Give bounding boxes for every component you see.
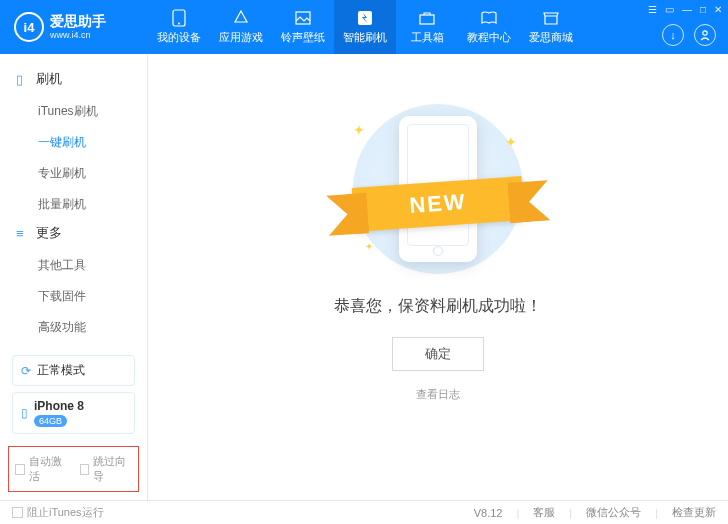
- apps-icon: [232, 9, 250, 27]
- user-icon[interactable]: [694, 24, 716, 46]
- tab-tools[interactable]: 工具箱: [396, 0, 458, 54]
- svg-point-1: [178, 23, 180, 25]
- flash-options: 自动激活 跳过向导: [8, 446, 139, 492]
- version-label: V8.12: [474, 507, 503, 519]
- storage-badge: 64GB: [34, 415, 67, 427]
- svg-point-5: [703, 31, 707, 35]
- tab-ringtones[interactable]: 铃声壁纸: [272, 0, 334, 54]
- svg-rect-4: [420, 15, 434, 24]
- sidebar-item-advanced[interactable]: 高级功能: [0, 312, 147, 343]
- image-icon: [294, 9, 312, 27]
- success-message: 恭喜您，保资料刷机成功啦！: [148, 296, 728, 317]
- minimize-icon[interactable]: —: [682, 4, 692, 15]
- header-right: ↓: [662, 24, 716, 46]
- logo-icon: i4: [14, 12, 44, 42]
- toolbox-icon: [418, 9, 436, 27]
- sidebar-item-firmware[interactable]: 下载固件: [0, 281, 147, 312]
- flash-icon: [356, 9, 374, 27]
- sidebar-item-itunes[interactable]: iTunes刷机: [0, 96, 147, 127]
- maximize-icon[interactable]: □: [700, 4, 706, 15]
- window-controls: ☰ ▭ — □ ✕: [648, 4, 722, 15]
- checkbox-icon: [15, 464, 25, 475]
- main-tabs: 我的设备 应用游戏 铃声壁纸 智能刷机 工具箱 教程中心 爱思商城: [148, 0, 582, 54]
- svg-rect-2: [296, 12, 310, 24]
- success-illustration: ✦ ✦ ✦ NEW: [313, 104, 563, 274]
- logo[interactable]: i4 爱思助手 www.i4.cn: [0, 12, 148, 42]
- menu-icon[interactable]: ☰: [648, 4, 657, 15]
- phone-icon: ▯: [16, 72, 30, 87]
- more-icon: ≡: [16, 226, 30, 241]
- tab-my-device[interactable]: 我的设备: [148, 0, 210, 54]
- ok-button[interactable]: 确定: [392, 337, 484, 371]
- sidebar-item-oneclick[interactable]: 一键刷机: [0, 127, 147, 158]
- checkbox-icon: [80, 464, 90, 475]
- download-icon[interactable]: ↓: [662, 24, 684, 46]
- app-title: 爱思助手: [50, 14, 106, 29]
- sidebar-item-other[interactable]: 其他工具: [0, 250, 147, 281]
- support-link[interactable]: 客服: [533, 505, 555, 520]
- header: i4 爱思助手 www.i4.cn 我的设备 应用游戏 铃声壁纸 智能刷机 工具…: [0, 0, 728, 54]
- wechat-link[interactable]: 微信公众号: [586, 505, 641, 520]
- view-log-link[interactable]: 查看日志: [148, 387, 728, 402]
- tab-flash[interactable]: 智能刷机: [334, 0, 396, 54]
- sidebar: ▯刷机 iTunes刷机 一键刷机 专业刷机 批量刷机 ≡更多 其他工具 下载固…: [0, 54, 148, 500]
- tab-apps[interactable]: 应用游戏: [210, 0, 272, 54]
- refresh-icon: ⟳: [21, 364, 31, 378]
- phone-icon: [170, 9, 188, 27]
- book-icon: [480, 9, 498, 27]
- main-content: ✦ ✦ ✦ NEW 恭喜您，保资料刷机成功啦！ 确定 查看日志: [148, 54, 728, 500]
- skin-icon[interactable]: ▭: [665, 4, 674, 15]
- sidebar-section-flash: ▯刷机: [0, 66, 147, 92]
- device-panel: ⟳ 正常模式 ▯ iPhone 864GB: [0, 355, 147, 440]
- tab-tutorials[interactable]: 教程中心: [458, 0, 520, 54]
- opt-block-itunes[interactable]: 阻止iTunes运行: [12, 505, 104, 520]
- device-mode[interactable]: ⟳ 正常模式: [12, 355, 135, 386]
- footer: 阻止iTunes运行 V8.12| 客服| 微信公众号| 检查更新: [0, 500, 728, 524]
- store-icon: [542, 9, 560, 27]
- opt-auto-activate[interactable]: 自动激活: [15, 454, 68, 484]
- close-icon[interactable]: ✕: [714, 4, 722, 15]
- update-link[interactable]: 检查更新: [672, 505, 716, 520]
- sidebar-item-batch[interactable]: 批量刷机: [0, 189, 147, 220]
- app-url: www.i4.cn: [50, 30, 106, 40]
- phone-icon: ▯: [21, 406, 28, 420]
- opt-skip-guide[interactable]: 跳过向导: [80, 454, 133, 484]
- sidebar-section-more: ≡更多: [0, 220, 147, 246]
- device-info[interactable]: ▯ iPhone 864GB: [12, 392, 135, 434]
- tab-store[interactable]: 爱思商城: [520, 0, 582, 54]
- checkbox-icon: [12, 507, 23, 518]
- sidebar-item-pro[interactable]: 专业刷机: [0, 158, 147, 189]
